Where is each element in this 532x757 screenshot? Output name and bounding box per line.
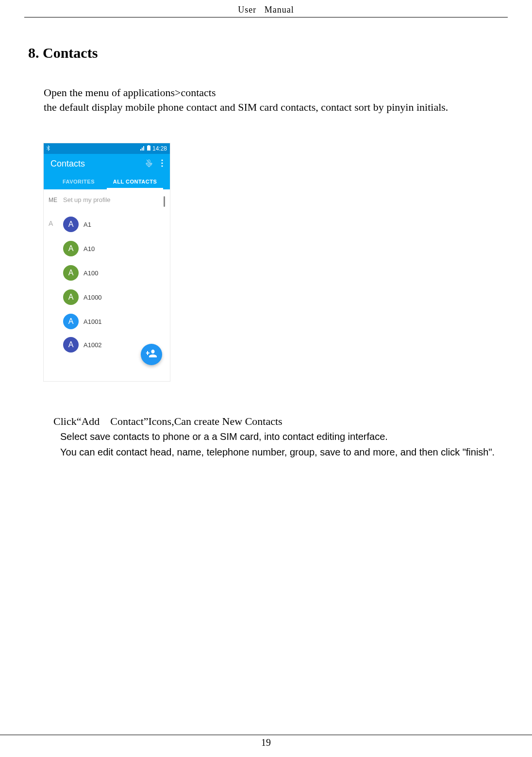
intro-line-2: the default display mobile phone contact…: [44, 100, 508, 115]
mic-off-icon[interactable]: [146, 159, 152, 169]
phone-screenshot: 14:28 Contacts FAVORITES: [44, 143, 508, 381]
phone-frame: 14:28 Contacts FAVORITES: [44, 143, 170, 381]
status-time: 14:28: [152, 145, 167, 152]
contact-name: A1001: [83, 318, 102, 325]
battery-icon: [147, 145, 150, 152]
svg-point-1: [161, 162, 163, 164]
document-page: User Manual 8. Contacts Open the menu of…: [0, 0, 532, 757]
svg-point-0: [161, 159, 163, 161]
intro-text: Open the menu of applications>contacts t…: [24, 85, 508, 114]
intro-line-1: Open the menu of applications>contacts: [44, 85, 508, 100]
contact-row[interactable]: A A1: [63, 212, 170, 236]
more-icon[interactable]: [161, 159, 163, 169]
me-setup-text: Set up my profile: [63, 196, 111, 203]
contact-name: A100: [83, 269, 98, 277]
tab-all-contacts[interactable]: ALL CONTACTS: [107, 176, 163, 189]
contact-row[interactable]: A A10: [63, 236, 170, 261]
contact-list: A A1 A A10 A A100 A A1000: [44, 210, 170, 348]
me-label: ME: [49, 197, 63, 203]
contact-name: A1000: [83, 294, 102, 301]
tabs: FAVORITES ALL CONTACTS: [50, 176, 163, 189]
page-number: 19: [0, 735, 532, 748]
contact-row[interactable]: A A1001: [63, 309, 170, 334]
section-title: 8. Contacts: [24, 45, 508, 61]
header-user: User: [238, 5, 256, 15]
add-person-icon: [146, 350, 157, 359]
contact-row[interactable]: A A1000: [63, 285, 170, 309]
avatar: A: [63, 337, 79, 353]
index-scroll-indicator[interactable]: [164, 196, 165, 207]
section-letter: A: [49, 219, 53, 227]
contact-name: A10: [83, 245, 95, 252]
signal-icon: [140, 145, 145, 152]
contact-name: A1002: [83, 341, 102, 349]
contacts-content: ME Set up my profile A A A1 A A10 A: [44, 189, 170, 375]
contact-row[interactable]: A A100: [63, 261, 170, 285]
status-bar: 14:28: [44, 143, 170, 154]
svg-point-2: [161, 165, 163, 167]
avatar: A: [63, 289, 79, 305]
instruction-line-3: You can edit contact head, name, telepho…: [53, 445, 508, 459]
contact-name: A1: [83, 221, 91, 228]
app-bar: Contacts FAVORITES ALL CONTACTS: [44, 154, 170, 189]
header-manual: Manual: [265, 5, 294, 15]
bluetooth-icon: [47, 145, 51, 152]
avatar: A: [63, 314, 79, 329]
instruction-block: Click“Add Contact”Icons,Can create New C…: [24, 415, 508, 459]
me-row[interactable]: ME Set up my profile: [44, 189, 170, 210]
avatar: A: [63, 265, 79, 281]
avatar: A: [63, 241, 79, 256]
tab-favorites[interactable]: FAVORITES: [50, 176, 107, 189]
instruction-line-1: Click“Add Contact”Icons,Can create New C…: [53, 415, 508, 428]
page-header: User Manual: [24, 5, 508, 17]
avatar: A: [63, 217, 79, 232]
add-contact-button[interactable]: [141, 344, 162, 365]
app-title: Contacts: [50, 159, 85, 169]
instruction-line-2: Select save contacts to phone or a a SIM…: [53, 430, 508, 443]
